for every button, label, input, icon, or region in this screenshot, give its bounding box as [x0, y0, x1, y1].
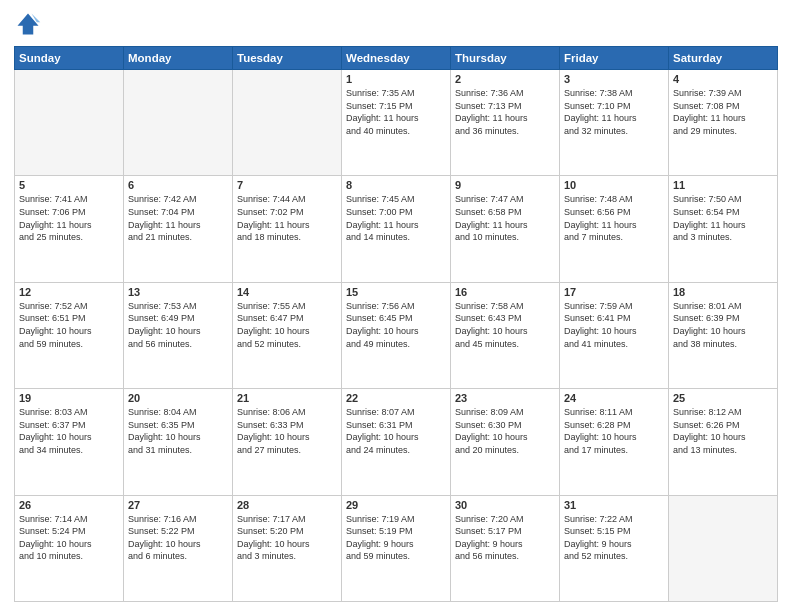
day-number: 6 — [128, 179, 228, 191]
day-info: Sunrise: 8:07 AM Sunset: 6:31 PM Dayligh… — [346, 406, 446, 456]
day-number: 12 — [19, 286, 119, 298]
day-number: 28 — [237, 499, 337, 511]
calendar-cell — [15, 70, 124, 176]
calendar-cell: 18Sunrise: 8:01 AM Sunset: 6:39 PM Dayli… — [669, 282, 778, 388]
logo-icon — [14, 10, 42, 38]
weekday-header-tuesday: Tuesday — [233, 47, 342, 70]
page: SundayMondayTuesdayWednesdayThursdayFrid… — [0, 0, 792, 612]
day-info: Sunrise: 7:55 AM Sunset: 6:47 PM Dayligh… — [237, 300, 337, 350]
day-info: Sunrise: 8:04 AM Sunset: 6:35 PM Dayligh… — [128, 406, 228, 456]
calendar-cell: 8Sunrise: 7:45 AM Sunset: 7:00 PM Daylig… — [342, 176, 451, 282]
calendar-week-3: 12Sunrise: 7:52 AM Sunset: 6:51 PM Dayli… — [15, 282, 778, 388]
day-info: Sunrise: 7:38 AM Sunset: 7:10 PM Dayligh… — [564, 87, 664, 137]
day-number: 4 — [673, 73, 773, 85]
svg-marker-0 — [18, 14, 39, 35]
calendar-cell: 28Sunrise: 7:17 AM Sunset: 5:20 PM Dayli… — [233, 495, 342, 601]
day-info: Sunrise: 7:50 AM Sunset: 6:54 PM Dayligh… — [673, 193, 773, 243]
day-info: Sunrise: 8:11 AM Sunset: 6:28 PM Dayligh… — [564, 406, 664, 456]
calendar-cell: 23Sunrise: 8:09 AM Sunset: 6:30 PM Dayli… — [451, 389, 560, 495]
calendar-cell: 5Sunrise: 7:41 AM Sunset: 7:06 PM Daylig… — [15, 176, 124, 282]
day-number: 3 — [564, 73, 664, 85]
day-number: 17 — [564, 286, 664, 298]
day-number: 31 — [564, 499, 664, 511]
calendar-cell: 12Sunrise: 7:52 AM Sunset: 6:51 PM Dayli… — [15, 282, 124, 388]
day-info: Sunrise: 7:19 AM Sunset: 5:19 PM Dayligh… — [346, 513, 446, 563]
day-info: Sunrise: 7:36 AM Sunset: 7:13 PM Dayligh… — [455, 87, 555, 137]
day-info: Sunrise: 7:41 AM Sunset: 7:06 PM Dayligh… — [19, 193, 119, 243]
day-info: Sunrise: 7:35 AM Sunset: 7:15 PM Dayligh… — [346, 87, 446, 137]
weekday-header-saturday: Saturday — [669, 47, 778, 70]
day-info: Sunrise: 8:06 AM Sunset: 6:33 PM Dayligh… — [237, 406, 337, 456]
calendar-cell: 1Sunrise: 7:35 AM Sunset: 7:15 PM Daylig… — [342, 70, 451, 176]
calendar-cell: 15Sunrise: 7:56 AM Sunset: 6:45 PM Dayli… — [342, 282, 451, 388]
day-info: Sunrise: 7:42 AM Sunset: 7:04 PM Dayligh… — [128, 193, 228, 243]
calendar-cell: 13Sunrise: 7:53 AM Sunset: 6:49 PM Dayli… — [124, 282, 233, 388]
day-number: 16 — [455, 286, 555, 298]
day-info: Sunrise: 8:09 AM Sunset: 6:30 PM Dayligh… — [455, 406, 555, 456]
day-number: 1 — [346, 73, 446, 85]
weekday-header-friday: Friday — [560, 47, 669, 70]
day-info: Sunrise: 7:48 AM Sunset: 6:56 PM Dayligh… — [564, 193, 664, 243]
calendar-week-5: 26Sunrise: 7:14 AM Sunset: 5:24 PM Dayli… — [15, 495, 778, 601]
day-number: 2 — [455, 73, 555, 85]
calendar-cell: 27Sunrise: 7:16 AM Sunset: 5:22 PM Dayli… — [124, 495, 233, 601]
calendar-cell: 26Sunrise: 7:14 AM Sunset: 5:24 PM Dayli… — [15, 495, 124, 601]
day-info: Sunrise: 8:03 AM Sunset: 6:37 PM Dayligh… — [19, 406, 119, 456]
calendar-cell — [233, 70, 342, 176]
day-number: 20 — [128, 392, 228, 404]
day-number: 27 — [128, 499, 228, 511]
day-number: 18 — [673, 286, 773, 298]
calendar-cell: 17Sunrise: 7:59 AM Sunset: 6:41 PM Dayli… — [560, 282, 669, 388]
day-info: Sunrise: 7:20 AM Sunset: 5:17 PM Dayligh… — [455, 513, 555, 563]
day-number: 5 — [19, 179, 119, 191]
day-info: Sunrise: 7:39 AM Sunset: 7:08 PM Dayligh… — [673, 87, 773, 137]
calendar-header-row: SundayMondayTuesdayWednesdayThursdayFrid… — [15, 47, 778, 70]
calendar-cell: 4Sunrise: 7:39 AM Sunset: 7:08 PM Daylig… — [669, 70, 778, 176]
calendar-cell: 22Sunrise: 8:07 AM Sunset: 6:31 PM Dayli… — [342, 389, 451, 495]
calendar-week-1: 1Sunrise: 7:35 AM Sunset: 7:15 PM Daylig… — [15, 70, 778, 176]
day-number: 11 — [673, 179, 773, 191]
weekday-header-thursday: Thursday — [451, 47, 560, 70]
day-number: 24 — [564, 392, 664, 404]
calendar-cell: 10Sunrise: 7:48 AM Sunset: 6:56 PM Dayli… — [560, 176, 669, 282]
calendar-cell: 29Sunrise: 7:19 AM Sunset: 5:19 PM Dayli… — [342, 495, 451, 601]
calendar-cell: 24Sunrise: 8:11 AM Sunset: 6:28 PM Dayli… — [560, 389, 669, 495]
calendar-cell: 30Sunrise: 7:20 AM Sunset: 5:17 PM Dayli… — [451, 495, 560, 601]
day-number: 9 — [455, 179, 555, 191]
calendar-week-4: 19Sunrise: 8:03 AM Sunset: 6:37 PM Dayli… — [15, 389, 778, 495]
day-info: Sunrise: 7:58 AM Sunset: 6:43 PM Dayligh… — [455, 300, 555, 350]
day-info: Sunrise: 7:44 AM Sunset: 7:02 PM Dayligh… — [237, 193, 337, 243]
day-info: Sunrise: 7:59 AM Sunset: 6:41 PM Dayligh… — [564, 300, 664, 350]
calendar-cell: 21Sunrise: 8:06 AM Sunset: 6:33 PM Dayli… — [233, 389, 342, 495]
calendar-cell: 7Sunrise: 7:44 AM Sunset: 7:02 PM Daylig… — [233, 176, 342, 282]
day-number: 13 — [128, 286, 228, 298]
day-number: 21 — [237, 392, 337, 404]
day-info: Sunrise: 7:17 AM Sunset: 5:20 PM Dayligh… — [237, 513, 337, 563]
header — [14, 10, 778, 38]
day-number: 23 — [455, 392, 555, 404]
day-info: Sunrise: 7:47 AM Sunset: 6:58 PM Dayligh… — [455, 193, 555, 243]
day-number: 10 — [564, 179, 664, 191]
day-number: 7 — [237, 179, 337, 191]
day-info: Sunrise: 7:22 AM Sunset: 5:15 PM Dayligh… — [564, 513, 664, 563]
calendar-table: SundayMondayTuesdayWednesdayThursdayFrid… — [14, 46, 778, 602]
day-info: Sunrise: 7:56 AM Sunset: 6:45 PM Dayligh… — [346, 300, 446, 350]
logo — [14, 10, 46, 38]
day-number: 26 — [19, 499, 119, 511]
day-info: Sunrise: 7:14 AM Sunset: 5:24 PM Dayligh… — [19, 513, 119, 563]
calendar-cell: 9Sunrise: 7:47 AM Sunset: 6:58 PM Daylig… — [451, 176, 560, 282]
calendar-cell: 25Sunrise: 8:12 AM Sunset: 6:26 PM Dayli… — [669, 389, 778, 495]
calendar-cell: 11Sunrise: 7:50 AM Sunset: 6:54 PM Dayli… — [669, 176, 778, 282]
calendar-cell: 3Sunrise: 7:38 AM Sunset: 7:10 PM Daylig… — [560, 70, 669, 176]
day-info: Sunrise: 8:12 AM Sunset: 6:26 PM Dayligh… — [673, 406, 773, 456]
weekday-header-sunday: Sunday — [15, 47, 124, 70]
calendar-cell: 31Sunrise: 7:22 AM Sunset: 5:15 PM Dayli… — [560, 495, 669, 601]
calendar-cell: 6Sunrise: 7:42 AM Sunset: 7:04 PM Daylig… — [124, 176, 233, 282]
day-number: 14 — [237, 286, 337, 298]
day-number: 22 — [346, 392, 446, 404]
day-info: Sunrise: 7:53 AM Sunset: 6:49 PM Dayligh… — [128, 300, 228, 350]
day-info: Sunrise: 8:01 AM Sunset: 6:39 PM Dayligh… — [673, 300, 773, 350]
day-number: 30 — [455, 499, 555, 511]
day-number: 29 — [346, 499, 446, 511]
day-info: Sunrise: 7:52 AM Sunset: 6:51 PM Dayligh… — [19, 300, 119, 350]
